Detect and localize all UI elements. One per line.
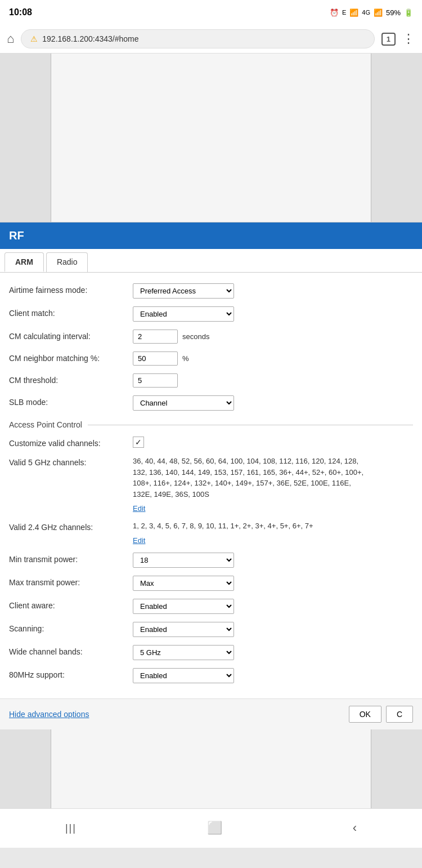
slb-mode-control: Channel Disabled Enabled (133, 395, 234, 411)
nav-home-button[interactable]: ⬜ (207, 821, 222, 835)
min-transmit-power-label: Min transmit power: (9, 553, 133, 564)
airtime-fairness-select[interactable]: Preferred Access Fair Access Disabled (133, 283, 234, 299)
customize-channels-checkbox[interactable]: ✓ (133, 437, 144, 448)
cm-neighbor-unit: % (182, 354, 189, 363)
max-transmit-power-label: Max transmit power: (9, 576, 133, 587)
tab-bar: ARM Radio (0, 249, 422, 273)
footer-buttons: OK C (349, 706, 413, 723)
ok-button[interactable]: OK (349, 706, 381, 723)
client-match-select[interactable]: Enabled Disabled (133, 306, 234, 322)
max-transmit-power-row: Max transmit power: Max 6 9 12 15 18 21 … (9, 572, 413, 595)
tab-count[interactable]: 1 (381, 33, 396, 46)
customize-channels-label: Customize valid channels: (9, 437, 133, 448)
wide-channel-bands-select[interactable]: 5 GHz 2.4 GHz All None (133, 645, 234, 660)
airtime-fairness-control: Preferred Access Fair Access Disabled (133, 283, 234, 299)
valid-24ghz-row: Valid 2.4 GHz channels: 1, 2, 3, 4, 5, 6… (9, 517, 413, 549)
client-aware-select[interactable]: Enabled Disabled (133, 599, 234, 614)
status-icons: ⏰ E 📶 4G 📶 59% 🔋 (330, 8, 413, 17)
cm-threshold-input[interactable] (133, 373, 178, 388)
valid-24ghz-text: 1, 2, 3, 4, 5, 6, 7, 8, 9, 10, 11, 1+, 2… (133, 520, 313, 532)
min-transmit-power-select[interactable]: 18 6 9 12 15 21 24 (133, 553, 234, 568)
gray-bottom-inner (51, 729, 371, 808)
80mhz-support-control: Enabled Disabled (133, 668, 234, 683)
cm-interval-control: seconds (133, 330, 209, 344)
client-match-control: Enabled Disabled (133, 306, 234, 322)
battery-percent: 59% (386, 8, 401, 17)
gray-bottom-area (0, 729, 422, 808)
airtime-fairness-row: Airtime fairness mode: Preferred Access … (9, 279, 413, 302)
client-aware-row: Client aware: Enabled Disabled (9, 595, 413, 618)
slb-mode-row: SLB mode: Channel Disabled Enabled (9, 391, 413, 415)
hide-advanced-link[interactable]: Hide advanced options (9, 710, 89, 719)
valid-5ghz-text: 36, 40, 44, 48, 52, 56, 60, 64, 100, 104… (133, 456, 369, 500)
valid-5ghz-row: Valid 5 GHz channels: 36, 40, 44, 48, 52… (9, 452, 413, 517)
scanning-control: Enabled Disabled (133, 622, 234, 637)
max-transmit-power-control: Max 6 9 12 15 18 21 24 (133, 576, 234, 591)
url-warning-icon: ⚠ (30, 34, 38, 43)
status-time: 10:08 (9, 7, 32, 17)
valid-24ghz-control: 1, 2, 3, 4, 5, 6, 7, 8, 9, 10, 11, 1+, 2… (133, 520, 313, 545)
80mhz-support-label: 80MHz support: (9, 668, 133, 679)
footer-bar: Hide advanced options OK C (0, 698, 422, 729)
valid-5ghz-control: 36, 40, 44, 48, 52, 56, 60, 64, 100, 104… (133, 456, 369, 513)
access-point-control-divider: Access Point Control (9, 420, 413, 429)
customize-channels-control: ✓ (133, 437, 144, 448)
nav-back-button[interactable]: ‹ (353, 821, 357, 835)
alarm-icon: ⏰ (330, 8, 339, 17)
battery-icon: 🔋 (404, 8, 413, 17)
cm-interval-input[interactable] (133, 330, 178, 344)
80mhz-support-row: 80MHz support: Enabled Disabled (9, 664, 413, 687)
signal-bars-icon: 📶 (349, 8, 358, 17)
valid-24ghz-label: Valid 2.4 GHz channels: (9, 520, 133, 532)
wide-channel-bands-control: 5 GHz 2.4 GHz All None (133, 645, 234, 660)
browser-menu-icon[interactable]: ⋮ (402, 32, 415, 46)
signal-bars2-icon: 📶 (374, 8, 383, 17)
valid-24ghz-edit-link[interactable]: Edit (133, 536, 145, 545)
wide-channel-bands-row: Wide channel bands: 5 GHz 2.4 GHz All No… (9, 641, 413, 664)
tab-radio[interactable]: Radio (46, 252, 88, 272)
form-area: Airtime fairness mode: Preferred Access … (0, 273, 422, 698)
cm-neighbor-row: CM neighbor matching %: % (9, 348, 413, 370)
min-transmit-power-row: Min transmit power: 18 6 9 12 15 21 24 (9, 549, 413, 572)
client-aware-control: Enabled Disabled (133, 599, 234, 614)
customize-channels-row: Customize valid channels: ✓ (9, 433, 413, 452)
cm-interval-unit: seconds (182, 332, 209, 341)
cm-neighbor-control: % (133, 351, 189, 366)
cm-threshold-label: CM threshold: (9, 373, 133, 385)
scanning-select[interactable]: Enabled Disabled (133, 622, 234, 637)
browser-home-icon[interactable]: ⌂ (7, 32, 14, 46)
min-transmit-power-control: 18 6 9 12 15 21 24 (133, 553, 234, 568)
wide-channel-bands-label: Wide channel bands: (9, 645, 133, 656)
slb-mode-label: SLB mode: (9, 395, 133, 407)
valid-5ghz-edit-link[interactable]: Edit (133, 504, 145, 513)
cm-threshold-row: CM threshold: (9, 370, 413, 391)
scanning-label: Scanning: (9, 622, 133, 633)
cm-neighbor-input[interactable] (133, 351, 178, 366)
80mhz-support-select[interactable]: Enabled Disabled (133, 668, 234, 683)
max-transmit-power-select[interactable]: Max 6 9 12 15 18 21 24 (133, 576, 234, 591)
valid-5ghz-label: Valid 5 GHz channels: (9, 456, 133, 467)
rf-section-header: RF (0, 222, 422, 249)
nav-menu-button[interactable]: ||| (65, 822, 77, 834)
tab-arm[interactable]: ARM (5, 252, 44, 272)
gray-top-inner (51, 54, 371, 222)
slb-mode-select[interactable]: Channel Disabled Enabled (133, 395, 234, 411)
client-match-row: Client match: Enabled Disabled (9, 302, 413, 326)
cm-interval-label: CM calculating interval: (9, 330, 133, 341)
client-aware-label: Client aware: (9, 599, 133, 610)
cm-threshold-control (133, 373, 178, 388)
signal-4g-icon: 4G (362, 9, 370, 16)
client-match-label: Client match: (9, 306, 133, 318)
gray-top-area (0, 54, 422, 222)
cancel-button[interactable]: C (386, 706, 413, 723)
browser-bar: ⌂ ⚠ 192.168.1.200:4343/#home 1 ⋮ (0, 25, 422, 54)
signal-e-icon: E (342, 9, 346, 16)
cm-neighbor-label: CM neighbor matching %: (9, 351, 133, 363)
url-text: 192.168.1.200:4343/#home (42, 34, 138, 43)
airtime-fairness-label: Airtime fairness mode: (9, 283, 133, 295)
cm-interval-row: CM calculating interval: seconds (9, 326, 413, 348)
url-bar[interactable]: ⚠ 192.168.1.200:4343/#home (21, 29, 374, 48)
scanning-row: Scanning: Enabled Disabled (9, 618, 413, 641)
status-bar: 10:08 ⏰ E 📶 4G 📶 59% 🔋 (0, 0, 422, 25)
nav-bar: ||| ⬜ ‹ (0, 808, 422, 848)
